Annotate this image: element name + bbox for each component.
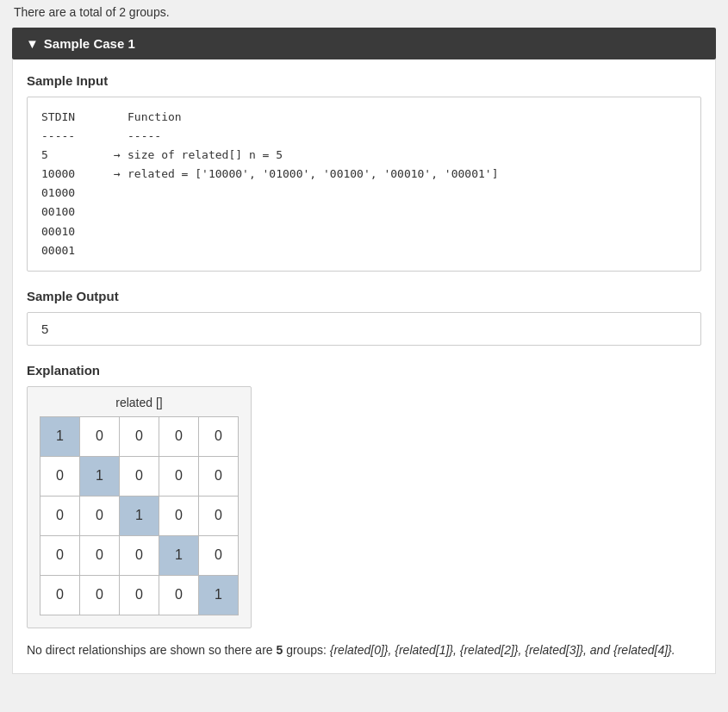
matrix-cell: 0: [80, 496, 120, 535]
matrix-cell: 0: [120, 575, 159, 615]
matrix-label: related []: [40, 396, 239, 409]
stdin-value: 00100: [41, 203, 110, 222]
collapse-arrow: ▼: [26, 36, 39, 51]
stdin-arrow: [110, 241, 128, 260]
sample-output-title: Sample Output: [27, 289, 701, 303]
stdin-data-row: 10000 → related = ['10000', '01000', '00…: [41, 165, 687, 184]
stdin-data-row: 00010: [41, 222, 687, 241]
matrix-cell: 0: [199, 535, 239, 575]
matrix-cell: 0: [80, 535, 120, 575]
function-divider: -----: [128, 127, 161, 146]
matrix-cell: 1: [40, 416, 80, 456]
top-note-text: There are a total of 2 groups.: [14, 5, 170, 19]
stdin-data-row: 00001: [41, 241, 687, 260]
matrix-row: 00100: [40, 496, 239, 535]
sample-input-title: Sample Input: [27, 73, 701, 88]
matrix-cell: 0: [40, 535, 80, 575]
matrix-cell: 0: [40, 496, 80, 535]
stdin-col-header: STDIN: [41, 108, 110, 127]
matrix-cell: 0: [40, 575, 80, 615]
matrix-cell: 0: [80, 416, 120, 456]
explanation-plain: No direct relationships are shown so the…: [27, 643, 276, 657]
matrix-row: 00001: [40, 575, 239, 615]
stdin-value: 00001: [41, 241, 110, 260]
matrix-cell: 1: [80, 456, 120, 496]
stdin-data-row: 01000: [41, 184, 687, 203]
explanation-title: Explanation: [27, 363, 701, 378]
matrix-cell: 0: [199, 496, 239, 535]
top-note: There are a total of 2 groups.: [0, 0, 728, 28]
matrix-cell: 0: [199, 416, 239, 456]
stdin-arrow: →: [110, 165, 128, 184]
function-value: size of related[] n = 5: [128, 146, 283, 165]
matrix-table: 1000001000001000001000001: [40, 416, 239, 615]
output-value: 5: [41, 322, 48, 336]
matrix-cell: 0: [40, 456, 80, 496]
stdin-data-row: 00100: [41, 203, 687, 222]
stdin-arrow: [110, 222, 128, 241]
matrix-cell: 0: [120, 416, 159, 456]
matrix-cell: 1: [199, 575, 239, 615]
stdin-value: 00010: [41, 222, 110, 241]
sample-input-box: STDIN Function ----- ----- 5 → size of r…: [27, 97, 701, 272]
stdin-value: 10000: [41, 165, 110, 184]
stdin-value: 01000: [41, 184, 110, 203]
stdin-rows-container: 5 → size of related[] n = 5 10000 → rela…: [41, 146, 687, 260]
stdin-arrow: [110, 203, 128, 222]
explanation-items: {related[0]}, {related[1]}, {related[2]}…: [330, 643, 675, 657]
stdin-arrow: →: [110, 146, 128, 165]
sample-case-body: Sample Input STDIN Function ----- ----- …: [12, 59, 716, 674]
sample-case-header[interactable]: ▼ Sample Case 1: [12, 28, 716, 59]
matrix-cell: 1: [120, 496, 159, 535]
matrix-cell: 0: [159, 496, 199, 535]
matrix-cell: 0: [120, 456, 159, 496]
sample-case-title: Sample Case 1: [44, 36, 135, 51]
stdin-header-row: STDIN Function: [41, 108, 687, 127]
explanation-text: No direct relationships are shown so the…: [27, 640, 701, 659]
matrix-cell: 0: [159, 416, 199, 456]
function-value: related = ['10000', '01000', '00100', '0…: [128, 165, 498, 184]
page-wrapper: There are a total of 2 groups. ▼ Sample …: [0, 0, 728, 700]
matrix-container: related [] 1000001000001000001000001: [27, 386, 252, 628]
matrix-cell: 0: [80, 575, 120, 615]
matrix-row: 00010: [40, 535, 239, 575]
function-col-header: Function: [128, 108, 182, 127]
stdin-divider: -----: [41, 127, 110, 146]
explanation-mid: groups:: [283, 643, 329, 657]
matrix-cell: 0: [159, 575, 199, 615]
matrix-row: 10000: [40, 416, 239, 456]
stdin-value: 5: [41, 146, 110, 165]
arrow-spacer: [110, 108, 128, 127]
stdin-arrow: [110, 184, 128, 203]
matrix-cell: 0: [120, 535, 159, 575]
stdin-data-row: 5 → size of related[] n = 5: [41, 146, 687, 165]
matrix-cell: 1: [159, 535, 199, 575]
stdin-divider-row: ----- -----: [41, 127, 687, 146]
matrix-cell: 0: [159, 456, 199, 496]
matrix-cell: 0: [199, 456, 239, 496]
matrix-row: 01000: [40, 456, 239, 496]
sample-output-box: 5: [27, 312, 701, 346]
